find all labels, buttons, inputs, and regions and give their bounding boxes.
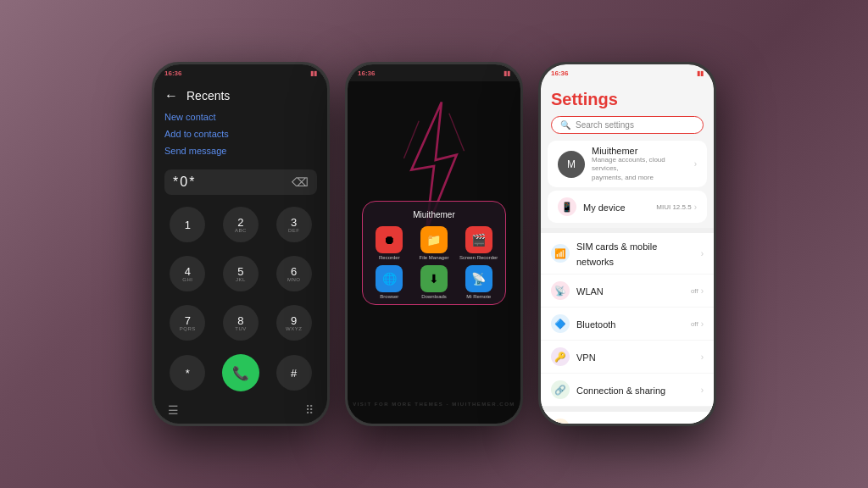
dial-key-6[interactable]: 6MNO	[276, 256, 312, 291]
vpn-label: VPN	[576, 352, 596, 363]
dial-key-1[interactable]: 1	[170, 207, 205, 242]
wlan-text: WLAN	[570, 283, 691, 298]
bluetooth-status: off	[691, 320, 698, 328]
dial-key-8[interactable]: 8TUV	[223, 305, 259, 341]
settings-wallpaper[interactable]: 🎨 Wallpaper & personalization ›	[541, 412, 714, 424]
battery-3: ▮▮	[697, 69, 704, 77]
wallpaper-text: Wallpaper & personalization	[570, 420, 701, 424]
settings-sim[interactable]: 📶 SIM cards & mobile networks ›	[541, 233, 714, 274]
file-manager-label: File Manager	[419, 255, 448, 260]
phone-settings: 16:36 ▮▮ Settings 🔍 Search settings M Mi…	[538, 62, 716, 426]
connection-text: Connection & sharing	[570, 382, 701, 397]
my-device-label: My device	[583, 202, 626, 213]
settings-list: M Miuithemer Manage accounts, cloud serv…	[541, 137, 714, 424]
recents-actions: New contact Add to contacts Send message	[154, 108, 327, 163]
sim-arrow: ›	[701, 249, 704, 258]
status-bar-3: 16:36 ▮▮	[541, 64, 714, 81]
browser-icon: 🌐	[376, 265, 403, 292]
app-file-manager[interactable]: 📁 File Manager	[415, 226, 454, 260]
mi-remote-icon: 📡	[465, 265, 492, 292]
dialpad-number: *0*	[173, 175, 196, 190]
profile-arrow: ›	[694, 159, 697, 169]
dial-key-hash[interactable]: #	[276, 355, 312, 391]
delete-button[interactable]: ⌫	[292, 175, 309, 189]
screen-recorder-label: Screen Recorder	[459, 255, 498, 260]
phone-app-drawer: 16:36 ▮▮ Miuithemer ⏺ Recorder	[345, 62, 523, 426]
dial-key-2[interactable]: 2ABC	[223, 207, 259, 242]
watermark: VISIT FOR MORE THEMES - MIUITHEMER.COM	[353, 402, 515, 407]
status-icons-1: ▮▮	[310, 69, 317, 77]
mi-remote-label: Mi Remote	[466, 294, 491, 299]
svg-line-2	[449, 114, 465, 151]
phone-recents: 16:36 ▮▮ ← Recents New contact Add to co…	[152, 62, 330, 426]
settings-my-device[interactable]: 📱 My device MIUI 12.5.5 ›	[548, 191, 707, 223]
status-icons-3: ▮▮	[697, 69, 704, 77]
vpn-icon: 🔑	[551, 347, 570, 366]
screen-recorder-icon: 🎬	[465, 226, 492, 253]
dial-key-5[interactable]: 5JKL	[223, 256, 259, 291]
settings-profile[interactable]: M Miuithemer Manage accounts, cloud serv…	[548, 141, 707, 187]
app-downloads[interactable]: ⬇ Downloads	[415, 265, 454, 299]
wlan-status: off	[691, 287, 698, 295]
dialpad-bottom-bar: ☰ ⠿	[154, 400, 327, 424]
sim-label: SIM cards & mobile networks	[576, 241, 657, 267]
downloads-label: Downloads	[421, 294, 447, 299]
search-bar[interactable]: 🔍 Search settings	[551, 116, 704, 134]
recents-header: ← Recents	[154, 81, 327, 108]
wlan-icon: 📡	[551, 281, 570, 300]
new-contact-link[interactable]: New contact	[164, 112, 317, 122]
status-icons-2: ▮▮	[504, 69, 510, 77]
bluetooth-icon: 🔷	[551, 314, 570, 333]
send-message-link[interactable]: Send message	[164, 146, 317, 156]
bluetooth-text: Bluetooth	[570, 316, 691, 331]
sim-text: SIM cards & mobile networks	[570, 238, 701, 269]
settings-vpn[interactable]: 🔑 VPN ›	[541, 341, 714, 373]
svg-line-1	[403, 121, 419, 158]
app-recorder[interactable]: ⏺ Recorder	[370, 226, 409, 260]
profile-name: Miuithemer	[592, 146, 687, 156]
app-folder[interactable]: Miuithemer ⏺ Recorder 📁 File Manager 🎬 S…	[362, 201, 506, 305]
time-3: 16:36	[551, 69, 568, 77]
back-button[interactable]: ←	[164, 88, 178, 103]
time-1: 16:36	[164, 69, 181, 77]
sim-icon: 📶	[551, 244, 570, 263]
settings-connection[interactable]: 🔗 Connection & sharing ›	[541, 374, 714, 406]
app-browser[interactable]: 🌐 Browser	[370, 265, 409, 299]
browser-label: Browser	[380, 294, 398, 299]
connection-arrow: ›	[701, 385, 704, 395]
device-text: My device	[576, 199, 656, 214]
apps-grid: ⏺ Recorder 📁 File Manager 🎬 Screen Recor…	[370, 226, 498, 299]
search-placeholder: Search settings	[576, 120, 634, 130]
vpn-arrow: ›	[701, 352, 704, 362]
vpn-text: VPN	[570, 349, 701, 364]
add-to-contacts-link[interactable]: Add to contacts	[164, 129, 317, 139]
wallpaper-icon: 🎨	[551, 419, 570, 424]
settings-content: Settings 🔍 Search settings M Miuithemer …	[541, 81, 714, 424]
dial-key-7[interactable]: 7PQRS	[170, 305, 205, 341]
keypad-icon[interactable]: ⠿	[305, 403, 314, 417]
dial-key-3[interactable]: 3DEF	[276, 207, 312, 242]
connection-label: Connection & sharing	[576, 385, 665, 396]
battery-1: ▮▮	[310, 69, 317, 77]
status-bar-1: 16:36 ▮▮	[154, 64, 327, 81]
search-icon: 🔍	[560, 120, 570, 130]
dialpad-display: *0* ⌫	[164, 169, 317, 195]
device-icon: 📱	[558, 197, 576, 216]
profile-text: Miuithemer Manage accounts, cloud servic…	[585, 146, 694, 182]
settings-bluetooth[interactable]: 🔷 Bluetooth off ›	[541, 308, 714, 340]
recorder-label: Recorder	[379, 255, 400, 260]
profile-avatar: M	[558, 151, 585, 178]
dial-key-4[interactable]: 4GHI	[170, 256, 205, 291]
profile-sub: Manage accounts, cloud services,payments…	[592, 156, 687, 182]
app-mi-remote[interactable]: 📡 Mi Remote	[459, 265, 498, 299]
miui-badge: MIUI 12.5.5	[656, 203, 691, 211]
settings-wlan[interactable]: 📡 WLAN off ›	[541, 274, 714, 307]
app-screen-recorder[interactable]: 🎬 Screen Recorder	[459, 226, 498, 260]
menu-icon[interactable]: ☰	[168, 403, 179, 417]
call-button[interactable]: 📞	[222, 354, 259, 391]
dial-key-star[interactable]: *	[170, 355, 205, 391]
settings-header: Settings	[541, 81, 714, 113]
wlan-label: WLAN	[576, 286, 604, 297]
dial-key-9[interactable]: 9WXYZ	[276, 305, 312, 341]
recorder-icon: ⏺	[376, 226, 403, 253]
